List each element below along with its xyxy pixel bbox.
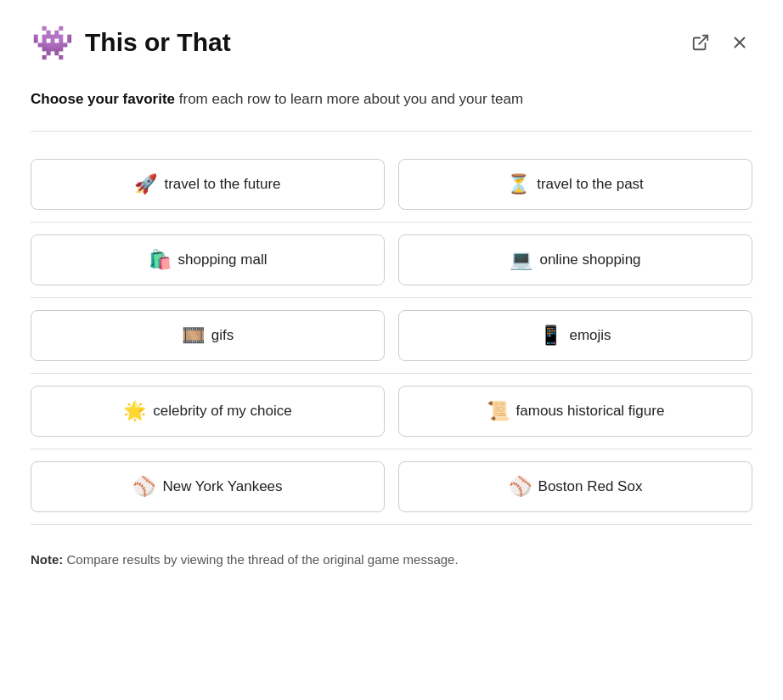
divider-5 — [31, 524, 752, 525]
gifs-emoji: 🎞️ — [182, 326, 205, 345]
online-shopping-label: online shopping — [539, 251, 640, 268]
header-left: 👾 This or That — [31, 20, 231, 65]
choice-row-1: 🚀 travel to the future ⏳ travel to the p… — [31, 147, 752, 222]
choice-btn-celebrity[interactable]: 🌟 celebrity of my choice — [31, 386, 385, 437]
choice-row-3: 🎞️ gifs 📱 emojis — [31, 298, 752, 373]
travel-past-label: travel to the past — [537, 176, 644, 193]
celebrity-emoji: 🌟 — [123, 402, 146, 421]
description-text: Choose your favorite from each row to le… — [31, 88, 752, 110]
travel-future-label: travel to the future — [164, 176, 280, 193]
choice-btn-travel-future[interactable]: 🚀 travel to the future — [31, 159, 385, 210]
historical-figure-emoji: 📜 — [487, 402, 510, 421]
app-title: This or That — [85, 28, 231, 57]
svg-line-0 — [699, 36, 707, 44]
choice-btn-historical-figure[interactable]: 📜 famous historical figure — [398, 386, 752, 437]
header: 👾 This or That — [31, 20, 752, 65]
choices-section: 🚀 travel to the future ⏳ travel to the p… — [31, 132, 752, 540]
choice-btn-emojis[interactable]: 📱 emojis — [398, 310, 752, 361]
shopping-mall-label: shopping mall — [178, 251, 268, 268]
travel-past-emoji: ⏳ — [507, 175, 530, 194]
app-container: 👾 This or That Choose your favorite from… — [0, 0, 783, 700]
external-link-icon — [691, 33, 710, 52]
yankees-emoji: ⚾ — [132, 477, 155, 496]
choice-btn-red-sox[interactable]: ⚾ Boston Red Sox — [398, 461, 752, 512]
online-shopping-emoji: 💻 — [510, 251, 532, 269]
note-content: Compare results by viewing the thread of… — [63, 552, 458, 567]
gifs-label: gifs — [211, 327, 234, 344]
yankees-label: New York Yankees — [162, 478, 282, 495]
note-bold: Note: — [31, 552, 63, 567]
choice-row-5: ⚾ New York Yankees ⚾ Boston Red Sox — [31, 449, 752, 524]
historical-figure-label: famous historical figure — [516, 403, 665, 420]
red-sox-label: Boston Red Sox — [538, 478, 643, 495]
close-icon — [730, 33, 749, 52]
choice-btn-travel-past[interactable]: ⏳ travel to the past — [398, 159, 752, 210]
choice-btn-gifs[interactable]: 🎞️ gifs — [31, 310, 385, 361]
emojis-label: emojis — [569, 327, 611, 344]
external-link-button[interactable] — [688, 30, 713, 55]
close-button[interactable] — [727, 30, 752, 55]
choice-row-2: 🛍️ shopping mall 💻 online shopping — [31, 223, 752, 297]
choice-btn-shopping-mall[interactable]: 🛍️ shopping mall — [31, 234, 385, 285]
choice-btn-online-shopping[interactable]: 💻 online shopping — [398, 234, 752, 285]
red-sox-emoji: ⚾ — [509, 477, 532, 496]
shopping-mall-emoji: 🛍️ — [149, 251, 172, 269]
choice-row-4: 🌟 celebrity of my choice 📜 famous histor… — [31, 374, 752, 449]
choice-btn-yankees[interactable]: ⚾ New York Yankees — [31, 461, 385, 512]
app-icon: 👾 — [31, 20, 75, 65]
description-bold: Choose your favorite — [31, 91, 175, 107]
celebrity-label: celebrity of my choice — [153, 403, 291, 420]
emojis-emoji: 📱 — [539, 326, 562, 345]
travel-future-emoji: 🚀 — [134, 175, 157, 194]
note-text: Note: Compare results by viewing the thr… — [31, 549, 752, 567]
header-actions — [688, 30, 752, 55]
